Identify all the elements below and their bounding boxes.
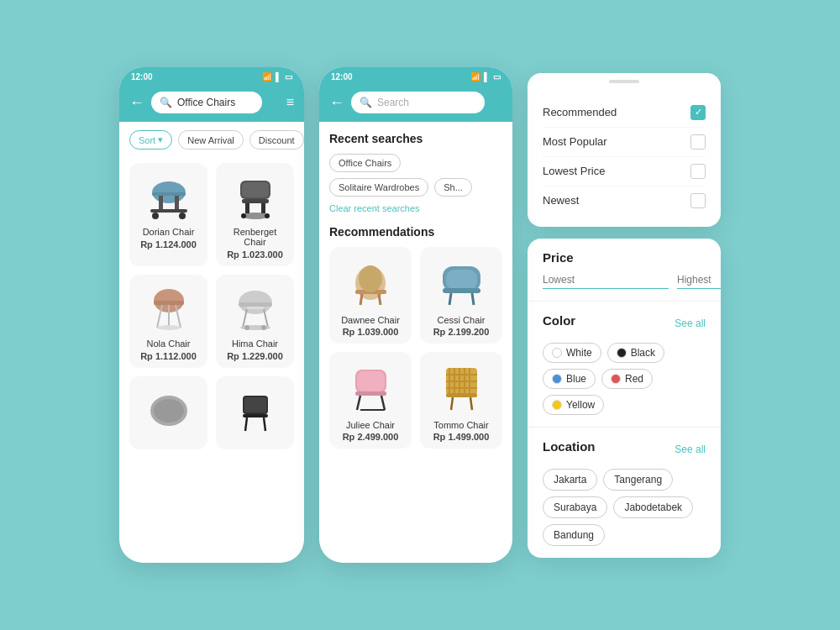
- color-chip-blue[interactable]: Blue: [543, 369, 596, 389]
- sort-newest[interactable]: Newest: [543, 186, 706, 215]
- svg-point-30: [154, 399, 184, 423]
- yellow-dot: [552, 400, 562, 410]
- svg-point-5: [152, 213, 159, 219]
- color-chip-black[interactable]: Black: [607, 343, 664, 363]
- product-card-6[interactable]: [216, 376, 294, 449]
- price-highest-input[interactable]: [677, 271, 721, 289]
- color-see-all[interactable]: See all: [675, 318, 706, 329]
- p1-header: ← 🔍 Office Chairs 🎙 ≡: [119, 85, 304, 122]
- sort-most-popular[interactable]: Most Popular: [543, 128, 706, 157]
- mic-icon-1[interactable]: 🎙: [269, 97, 280, 109]
- svg-point-14: [265, 213, 270, 218]
- sort-recommended-checkbox[interactable]: [690, 105, 706, 120]
- rec-name-dawnee: Dawnee Chair: [341, 315, 400, 325]
- sort-drag-handle: [609, 80, 639, 83]
- svg-rect-61: [446, 393, 477, 397]
- rec-price-cessi: Rp 2.199.200: [433, 327, 490, 337]
- black-dot: [617, 348, 627, 358]
- product-name-nola: Nola Chair: [147, 339, 191, 349]
- recent-chip-office[interactable]: Office Chairs: [329, 154, 401, 172]
- svg-rect-10: [245, 203, 249, 213]
- rec-title: Recommendations: [329, 225, 502, 239]
- price-lowest-input[interactable]: [543, 271, 669, 289]
- filter-discount[interactable]: Discount: [249, 130, 304, 150]
- product-price-dorian: Rp 1.124.000: [140, 239, 197, 249]
- p2-header: ← 🔍 Search 🎙: [319, 85, 512, 122]
- back-button-2[interactable]: ←: [329, 94, 344, 112]
- sort-most-popular-checkbox[interactable]: [690, 134, 706, 150]
- loc-surabaya[interactable]: Surabaya: [543, 496, 607, 518]
- color-chip-white[interactable]: White: [543, 343, 601, 363]
- search-bar-1[interactable]: 🔍 Office Chairs: [151, 92, 262, 113]
- recent-chip-solitaire[interactable]: Solitaire Wardrobes: [329, 178, 428, 197]
- search-value-1: Office Chairs: [177, 97, 254, 108]
- product-img-dorian: [140, 171, 197, 222]
- sort-options-section: Recommended Most Popular Lowest Price Ne…: [528, 87, 721, 227]
- filter-detail-panel: Price Color See all White Black: [528, 239, 721, 558]
- search-icon-2: 🔍: [360, 97, 372, 108]
- status-bar-2: 12:00 📶 ▌ ▭: [319, 67, 512, 85]
- price-section: Price: [528, 239, 721, 302]
- rec-card-juliee[interactable]: Juliee Chair Rp 2.499.000: [329, 352, 412, 449]
- location-header: Location See all: [543, 439, 706, 460]
- loc-jabodetabek[interactable]: Jabodetabek: [613, 496, 693, 518]
- color-chip-yellow[interactable]: Yellow: [543, 395, 604, 415]
- loc-jakarta[interactable]: Jakarta: [543, 469, 597, 491]
- svg-line-44: [449, 293, 451, 305]
- recent-chip-sh[interactable]: Sh...: [434, 178, 472, 197]
- rec-card-tommo[interactable]: Tommo Chair Rp 1.499.000: [420, 352, 502, 449]
- rec-img-juliee: [341, 360, 400, 415]
- time-1: 12:00: [131, 72, 153, 81]
- product-card-nola[interactable]: Nola Chair Rp 1.112.000: [129, 275, 207, 368]
- filter-icon-1[interactable]: ≡: [286, 95, 294, 110]
- rec-card-cessi[interactable]: Cessi Chair Rp 2.199.200: [420, 247, 502, 344]
- battery-icon: ▭: [285, 72, 292, 81]
- sort-lowest-price-checkbox[interactable]: [690, 164, 706, 179]
- status-icons-1: 📶 ▌ ▭: [262, 72, 292, 81]
- color-title: Color: [543, 313, 575, 328]
- product-name-hima: Hima Chair: [232, 339, 278, 349]
- product-card-5[interactable]: [129, 376, 207, 449]
- svg-line-24: [243, 309, 247, 328]
- sort-label: Sort: [139, 135, 155, 145]
- price-row: [543, 271, 706, 289]
- color-chip-red[interactable]: Red: [601, 369, 653, 389]
- clear-recent[interactable]: Clear recent searches: [329, 203, 502, 213]
- rec-price-dawnee: Rp 1.039.000: [343, 327, 399, 337]
- search-bar-2[interactable]: 🔍 Search: [351, 92, 485, 113]
- rec-price-juliee: Rp 2.499.000: [343, 432, 399, 442]
- sort-recommended-label: Recommended: [543, 106, 617, 118]
- battery-icon-2: ▭: [493, 72, 501, 81]
- product-card-dorian[interactable]: Dorian Chair Rp 1.124.000: [129, 163, 207, 266]
- svg-point-20: [157, 325, 181, 330]
- sort-arrow: ▾: [158, 134, 163, 145]
- product-card-renberget[interactable]: Renberget Chair Rp 1.023.000: [216, 163, 294, 266]
- product-img-6: [227, 385, 284, 435]
- location-title: Location: [543, 439, 596, 454]
- filter-sort[interactable]: Sort ▾: [129, 130, 172, 150]
- wifi-icon: 📶: [262, 72, 272, 81]
- recent-title: Recent searches: [329, 132, 502, 145]
- sort-newest-checkbox[interactable]: [690, 193, 706, 208]
- svg-rect-16: [154, 301, 184, 305]
- svg-rect-32: [244, 397, 266, 412]
- product-card-hima[interactable]: Hima Chair Rp 1.229.000: [216, 275, 294, 368]
- loc-bandung[interactable]: Bandung: [543, 524, 605, 546]
- rec-card-dawnee[interactable]: Dawnee Chair Rp 1.039.000: [329, 247, 412, 344]
- back-button-1[interactable]: ←: [129, 94, 144, 112]
- white-dot: [552, 348, 562, 358]
- red-label: Red: [625, 373, 643, 385]
- sort-recommended[interactable]: Recommended: [543, 98, 706, 128]
- loc-tangerang[interactable]: Tangerang: [603, 469, 673, 491]
- filter-new-arrival[interactable]: New Arrival: [178, 130, 244, 150]
- rec-img-tommo: [432, 360, 491, 415]
- svg-rect-22: [239, 302, 272, 307]
- location-section: Location See all Jakarta Tangerang Surab…: [528, 428, 721, 558]
- svg-rect-48: [355, 391, 386, 396]
- svg-line-45: [472, 293, 474, 305]
- sort-lowest-price[interactable]: Lowest Price: [543, 157, 706, 186]
- svg-rect-9: [242, 199, 269, 203]
- mic-icon-2[interactable]: 🎙: [491, 97, 502, 109]
- sort-newest-label: Newest: [543, 194, 579, 207]
- location-see-all[interactable]: See all: [675, 444, 706, 455]
